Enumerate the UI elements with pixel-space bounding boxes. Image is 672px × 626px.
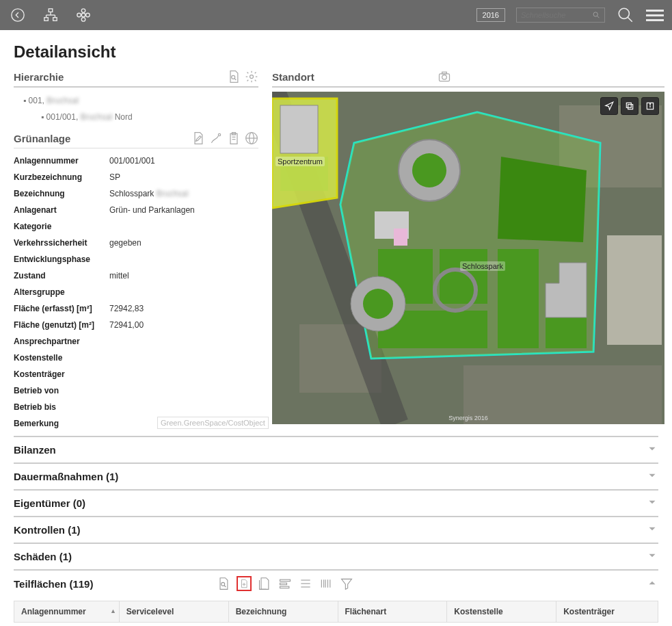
hierarchy-list: ▪ 001, Bruchsal ▪ 001/001, Bruchsal Nord	[14, 92, 258, 125]
property-row: KurzbezeichnungSP	[14, 169, 258, 185]
property-label: Bemerkung	[14, 419, 109, 428]
flower-icon[interactable]	[74, 5, 93, 25]
map-canvas[interactable]: Sportzentrum Schlosspark Synergis 2016	[272, 92, 664, 424]
svg-rect-65	[280, 579, 291, 582]
svg-point-13	[593, 12, 597, 16]
property-label: Verkehrssicherheit	[14, 238, 109, 248]
svg-point-9	[81, 9, 85, 13]
col-flaechenart[interactable]: Flächenart	[338, 601, 448, 622]
property-label: Kurzbezeichnung	[14, 172, 109, 182]
camera-icon[interactable]	[438, 70, 451, 83]
gear-icon[interactable]	[245, 70, 258, 83]
property-label: Kostenstelle	[14, 353, 109, 363]
add-doc-icon[interactable]	[237, 576, 252, 591]
acc-eigentuemer[interactable]: Eigentümer (0)	[14, 491, 658, 516]
svg-rect-1	[49, 9, 53, 12]
advanced-search-icon[interactable]	[616, 5, 635, 25]
property-label: Bezeichnung	[14, 189, 109, 198]
property-label: Altersgruppe	[14, 287, 109, 297]
sign-icon[interactable]	[209, 131, 223, 145]
property-label: Kategorie	[14, 222, 109, 231]
chevron-up-icon	[646, 577, 658, 591]
property-row: Ansprechpartner	[14, 333, 258, 350]
year-indicator[interactable]: 2016	[476, 8, 505, 22]
hierarchy-header: Hierarchie	[14, 70, 258, 88]
acc-kontrollen[interactable]: Kontrollen (1)	[14, 517, 658, 543]
svg-line-14	[597, 16, 599, 18]
chevron-down-icon	[646, 549, 658, 564]
property-row: Zustandmittel	[14, 268, 258, 284]
property-row: Betrieb von	[14, 382, 258, 399]
property-row: Anlagennummer001/001/001	[14, 153, 258, 169]
barcode-icon[interactable]	[319, 576, 334, 591]
hierarchy-item-2[interactable]: ▪ 001/001, Bruchsal Nord	[14, 109, 258, 125]
svg-rect-53	[394, 229, 407, 246]
map-label-park: Schlosspark	[460, 261, 505, 271]
columns-icon[interactable]	[278, 576, 293, 591]
chevron-down-icon	[646, 496, 658, 510]
globe-icon[interactable]	[245, 131, 258, 145]
location-title: Standort	[272, 71, 314, 83]
clipboard-icon[interactable]	[227, 131, 241, 145]
chevron-down-icon	[646, 469, 658, 484]
property-value: mittel	[109, 271, 129, 281]
property-row: Fläche (erfasst) [m²]72942,83	[14, 300, 258, 317]
properties-table: Anlagennummer001/001/001KurzbezeichnungS…	[14, 153, 258, 432]
svg-point-20	[218, 133, 220, 135]
svg-rect-2	[44, 18, 49, 21]
svg-line-62	[224, 586, 226, 588]
property-row: Betrieb bis	[14, 399, 258, 415]
sitemap-icon[interactable]	[41, 5, 60, 25]
edit-doc-icon[interactable]	[191, 131, 205, 145]
svg-point-60	[649, 104, 650, 105]
col-kostenstelle[interactable]: Kostenstelle	[447, 601, 556, 622]
svg-rect-57	[628, 105, 633, 109]
hierarchy-title: Hierarchie	[14, 71, 64, 83]
svg-marker-76	[342, 579, 352, 589]
hierarchy-item-1[interactable]: ▪ 001, Bruchsal	[14, 92, 258, 109]
copy-doc-icon[interactable]	[257, 576, 272, 591]
col-kostentraeger[interactable]: Kostenträger	[556, 601, 658, 622]
grid-header: Anlagennummer▲ Servicelevel Bezeichnung …	[14, 601, 658, 623]
search-input[interactable]	[521, 11, 592, 19]
greenspace-title: Grünanlage	[14, 133, 70, 144]
acc-dauermassnahmen[interactable]: Dauermaßnahmen (1)	[14, 464, 658, 489]
svg-rect-41	[440, 249, 487, 304]
back-button[interactable]	[8, 5, 27, 25]
greenspace-header: Grünanlage	[14, 131, 258, 148]
search-doc-icon[interactable]	[227, 70, 241, 83]
search-doc-icon[interactable]	[216, 576, 231, 591]
chevron-down-icon	[646, 443, 658, 457]
map-label-sport: Sportzentrum	[275, 157, 325, 166]
map-layers-button[interactable]	[621, 97, 639, 115]
property-label: Fläche (genutzt) [m²]	[14, 320, 109, 330]
col-bezeichnung[interactable]: Bezeichnung	[229, 601, 338, 622]
svg-rect-36	[280, 105, 318, 153]
svg-point-15	[619, 8, 629, 18]
map-svg	[272, 92, 664, 424]
col-servicelevel[interactable]: Servicelevel	[120, 601, 229, 622]
svg-point-47	[412, 153, 446, 187]
menu-button[interactable]	[646, 10, 664, 21]
col-anlagennummer[interactable]: Anlagennummer▲	[14, 601, 120, 622]
svg-rect-54	[607, 235, 662, 345]
property-label: Ansprechpartner	[14, 337, 109, 346]
property-row: Fläche (genutzt) [m²]72941,00	[14, 317, 258, 333]
property-row: Kostenstelle	[14, 350, 258, 366]
property-row: Kategorie	[14, 218, 258, 235]
svg-rect-3	[53, 18, 57, 21]
acc-schaeden[interactable]: Schäden (1)	[14, 544, 658, 569]
property-row: Kostenträger	[14, 366, 258, 382]
map-copyright: Synergis 2016	[448, 415, 488, 421]
property-label: Betrieb von	[14, 386, 109, 395]
acc-bilanzen[interactable]: Bilanzen	[14, 437, 658, 462]
map-info-button[interactable]	[641, 97, 659, 115]
quick-search[interactable]	[516, 8, 605, 23]
property-label: Entwicklungsphase	[14, 255, 109, 264]
acc-teilflaechen[interactable]: Teilflächen (119)	[14, 571, 658, 597]
filter-icon[interactable]	[339, 576, 354, 591]
property-value: SP	[109, 172, 120, 182]
list-icon[interactable]	[298, 576, 313, 591]
map-locate-button[interactable]	[600, 97, 618, 115]
svg-point-19	[250, 75, 254, 79]
